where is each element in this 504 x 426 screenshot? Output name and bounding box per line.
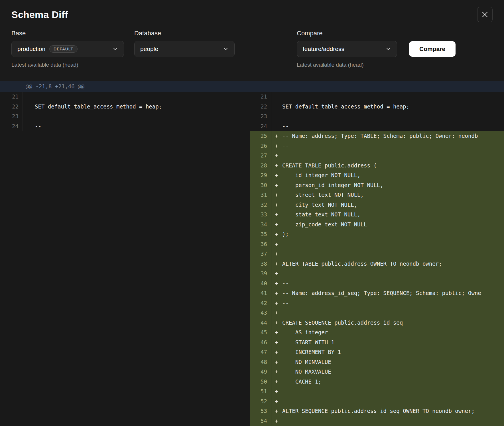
base-select[interactable]: production DEFAULT <box>11 41 124 57</box>
diff-sign: + <box>275 241 282 247</box>
diff-line: 53+ALTER SEQUENCE public.address_id_seq … <box>250 406 504 416</box>
diff-sign: + <box>275 418 282 424</box>
diff-line: 37+ <box>250 249 504 259</box>
diff-sign: + <box>275 408 282 414</box>
chevron-down-icon <box>385 46 391 52</box>
line-text: +-- <box>271 278 504 288</box>
line-text: + <box>271 396 504 406</box>
line-number: 21 <box>250 92 271 102</box>
diff-line: 35+); <box>250 229 504 239</box>
diff-line: 29+ id integer NOT NULL, <box>250 170 504 180</box>
default-badge: DEFAULT <box>49 45 78 53</box>
line-text: + NO MAXVALUE <box>271 367 504 377</box>
line-text: + AS integer <box>271 327 504 337</box>
diff-pane-compare: 2122SET default_table_access_method = he… <box>250 92 504 426</box>
hunk-header: @@ -21,8 +21,46 @@ <box>0 81 504 92</box>
line-number: 40 <box>250 278 271 288</box>
line-text: + <box>271 386 504 396</box>
line-number: 54 <box>250 416 271 426</box>
diff-line: 43+ <box>250 308 504 318</box>
line-number: 43 <box>250 308 271 318</box>
line-text: + <box>271 308 504 318</box>
diff-line: 31+ street text NOT NULL, <box>250 190 504 200</box>
line-text: + person_id integer NOT NULL, <box>271 180 504 190</box>
line-number: 32 <box>250 200 271 210</box>
schema-diff-view: @@ -21,8 +21,46 @@ 2122SET default_table… <box>0 81 504 426</box>
database-select[interactable]: people <box>134 41 235 57</box>
diff-line: 40+-- <box>250 278 504 288</box>
diff-scroll-area[interactable]: 2122SET default_table_access_method = he… <box>0 92 504 426</box>
line-text <box>271 111 504 121</box>
line-text <box>23 92 250 102</box>
diff-sign: + <box>275 300 282 306</box>
line-number: 44 <box>250 318 271 328</box>
compare-button[interactable]: Compare <box>409 41 456 57</box>
line-text <box>271 92 504 102</box>
diff-line: 24-- <box>250 121 504 131</box>
diff-sign: + <box>275 270 282 277</box>
diff-line: 46+ START WITH 1 <box>250 337 504 347</box>
diff-line: 27+ <box>250 151 504 161</box>
diff-pane-base: 2122SET default_table_access_method = he… <box>0 92 250 426</box>
page-title: Schema Diff <box>11 7 68 22</box>
line-number: 50 <box>250 377 271 387</box>
line-number: 28 <box>250 161 271 171</box>
line-number: 52 <box>250 396 271 406</box>
line-text: + street text NOT NULL, <box>271 190 504 200</box>
diff-sign: + <box>275 359 282 365</box>
diff-line: 32+ city text NOT NULL, <box>250 200 504 210</box>
line-number: 29 <box>250 170 271 180</box>
diff-line: 23 <box>250 111 504 121</box>
diff-line: 21 <box>250 92 504 102</box>
line-number: 22 <box>0 102 23 112</box>
line-number: 41 <box>250 288 271 298</box>
diff-sign: + <box>275 202 282 208</box>
line-text: + city text NOT NULL, <box>271 200 504 210</box>
diff-line: 45+ AS integer <box>250 327 504 337</box>
line-number: 26 <box>250 141 271 151</box>
diff-line: 22SET default_table_access_method = heap… <box>250 102 504 112</box>
close-button[interactable] <box>477 7 493 22</box>
line-text: + CACHE 1; <box>271 377 504 387</box>
diff-line: 24-- <box>0 121 250 131</box>
diff-sign: + <box>275 368 282 375</box>
line-text: + <box>271 239 504 249</box>
database-field: Database people <box>134 30 235 57</box>
line-number: 23 <box>0 111 23 121</box>
compare-select-value: feature/address <box>303 46 344 52</box>
line-text: +); <box>271 229 504 239</box>
compare-hint: Latest available data (head) <box>297 62 456 68</box>
diff-sign: + <box>275 211 282 218</box>
line-text: +ALTER TABLE public.address OWNER TO neo… <box>271 259 504 269</box>
compare-select[interactable]: feature/address <box>297 41 397 57</box>
line-text: + START WITH 1 <box>271 337 504 347</box>
diff-sign: + <box>275 152 282 159</box>
line-text: +CREATE TABLE public.address ( <box>271 161 504 171</box>
line-number: 24 <box>0 121 23 131</box>
line-text: +-- <box>271 141 504 151</box>
line-number: 45 <box>250 327 271 337</box>
diff-sign: + <box>275 143 282 149</box>
compare-label: Compare <box>297 30 456 37</box>
line-text: + <box>271 151 504 161</box>
diff-controls: Base production DEFAULT Latest available… <box>0 22 504 81</box>
diff-sign: + <box>275 398 282 404</box>
chevron-down-icon <box>112 46 118 52</box>
line-number: 27 <box>250 151 271 161</box>
line-number: 35 <box>250 229 271 239</box>
diff-line: 44+CREATE SEQUENCE public.address_id_seq <box>250 318 504 328</box>
diff-line: 25+-- Name: address; Type: TABLE; Schema… <box>250 131 504 141</box>
diff-line: 33+ state text NOT NULL, <box>250 210 504 220</box>
diff-sign: + <box>275 172 282 178</box>
line-number: 47 <box>250 347 271 357</box>
diff-sign: + <box>275 388 282 394</box>
line-number: 21 <box>0 92 23 102</box>
database-select-value: people <box>140 46 158 52</box>
diff-line: 26+-- <box>250 141 504 151</box>
schema-diff-modal: Schema Diff Base production DEFAULT <box>0 0 504 426</box>
diff-line: 38+ALTER TABLE public.address OWNER TO n… <box>250 259 504 269</box>
diff-sign: + <box>275 192 282 198</box>
diff-line: 52+ <box>250 396 504 406</box>
diff-sign: + <box>275 162 282 169</box>
diff-line: 42+-- <box>250 298 504 308</box>
